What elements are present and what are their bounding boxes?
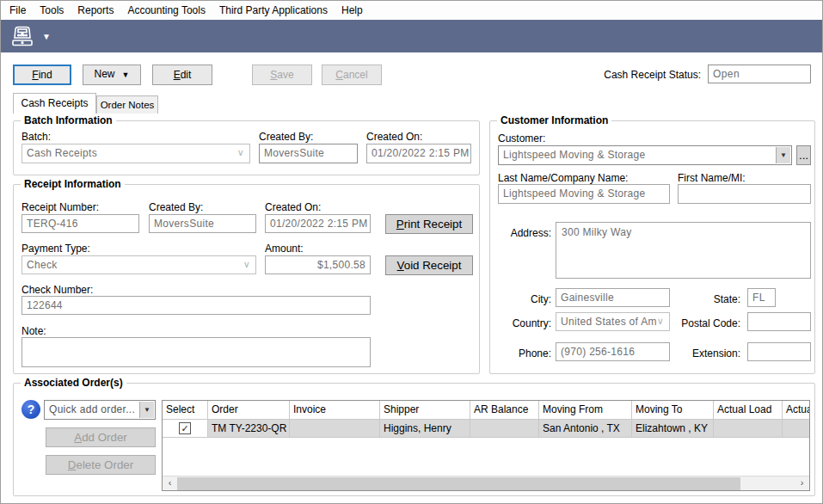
first-name-label: First Name/MI:: [678, 172, 746, 184]
customer-browse-button[interactable]: ...: [796, 145, 811, 165]
payment-type-select[interactable]: Check ∨: [21, 255, 256, 274]
cash-register-icon[interactable]: [8, 23, 37, 49]
postal-code-label: Postal Code:: [672, 317, 740, 329]
city-label: City:: [498, 293, 551, 305]
help-icon[interactable]: ?: [21, 400, 40, 419]
row-shipper-cell: Higgins, Henry: [380, 420, 470, 438]
receipt-number-field[interactable]: TERQ-416: [21, 214, 139, 233]
toolbar-dropdown-icon[interactable]: ▼: [42, 32, 51, 41]
phone-field[interactable]: (970) 256-1616: [556, 342, 670, 361]
scroll-left-icon[interactable]: ‹: [163, 476, 177, 491]
amount-label: Amount:: [265, 243, 304, 255]
column-header-order[interactable]: Order: [208, 401, 290, 420]
batch-created-by-field[interactable]: MoversSuite: [259, 144, 358, 163]
country-value: United States of Am: [561, 316, 657, 328]
new-button-label: New: [95, 68, 115, 80]
column-header-actual-load[interactable]: Actual Load: [714, 401, 783, 420]
row-select-cell: ✓: [163, 420, 208, 438]
new-button[interactable]: New▼: [83, 65, 141, 85]
payment-type-value: Check: [27, 259, 58, 271]
batch-information-title: Batch Information: [21, 114, 116, 126]
payment-type-label: Payment Type:: [21, 243, 90, 255]
receipt-created-on-label: Created On:: [265, 201, 321, 213]
row-moving-from-cell: San Antonio , TX: [539, 420, 632, 438]
check-number-field[interactable]: 122644: [21, 296, 371, 315]
customer-label: Customer:: [498, 132, 545, 144]
receipt-created-by-label: Created By:: [149, 201, 203, 213]
row-moving-to-cell: Elizahtown , KY: [632, 420, 714, 438]
edit-button[interactable]: Edit: [152, 65, 212, 85]
address-label: Address:: [498, 227, 551, 239]
find-button[interactable]: Find: [13, 65, 71, 85]
toolbar: ▼: [1, 20, 822, 52]
add-order-button[interactable]: Add Order: [46, 427, 156, 447]
save-button[interactable]: Save: [252, 65, 312, 85]
menu-file[interactable]: File: [3, 2, 33, 19]
receipt-created-on-field[interactable]: 01/20/2022 2:15 PM: [265, 214, 371, 233]
orders-table: Select Order Invoice Shipper AR Balance …: [162, 400, 810, 491]
amount-field[interactable]: $1,500.58: [265, 255, 371, 274]
quick-add-order-select[interactable]: Quick add order... ▼: [44, 400, 156, 420]
row-order-cell: TM TY-2230-QR: [208, 420, 290, 438]
city-field[interactable]: Gainesville: [556, 288, 670, 307]
menu-reports[interactable]: Reports: [71, 2, 120, 19]
column-header-actual[interactable]: Actua: [783, 401, 810, 420]
chevron-down-icon: ∨: [237, 147, 244, 158]
receipt-number-label: Receipt Number:: [21, 201, 99, 213]
country-label: Country:: [498, 317, 551, 329]
state-field[interactable]: FL: [747, 288, 776, 307]
customer-information-title: Customer Information: [497, 114, 611, 126]
cancel-button[interactable]: Cancel: [322, 65, 382, 85]
column-header-shipper[interactable]: Shipper: [380, 401, 470, 420]
batch-created-on-field[interactable]: 01/20/2022 2:15 PM: [366, 144, 471, 163]
app-window: File Tools Reports Accounting Tools Thir…: [0, 0, 823, 504]
first-name-field[interactable]: [678, 184, 811, 204]
batch-label: Batch:: [21, 131, 51, 143]
last-name-field[interactable]: Lightspeed Moving & Storage: [498, 184, 670, 204]
extension-field[interactable]: [747, 342, 811, 361]
batch-select[interactable]: Cash Receipts ∨: [21, 144, 250, 163]
menu-tools[interactable]: Tools: [33, 2, 71, 19]
menu-third-party-applications[interactable]: Third Party Applications: [212, 2, 335, 19]
row-invoice-cell: [290, 420, 380, 438]
note-label: Note:: [21, 325, 46, 337]
new-dropdown-icon: ▼: [122, 71, 130, 79]
column-header-invoice[interactable]: Invoice: [290, 401, 380, 420]
cash-receipt-status-label: Cash Receipt Status:: [604, 69, 701, 81]
print-receipt-button[interactable]: Print Receipt: [385, 214, 473, 234]
row-ar-balance-cell: [470, 420, 539, 438]
country-select[interactable]: United States of Am ∨: [556, 312, 670, 331]
row-actual-load-cell: [714, 420, 783, 438]
row-select-checkbox[interactable]: ✓: [179, 422, 191, 434]
extension-label: Extension:: [680, 347, 740, 360]
scrollbar-thumb[interactable]: [177, 477, 740, 490]
menu-bar: File Tools Reports Accounting Tools Thir…: [1, 1, 822, 20]
state-label: State:: [680, 293, 740, 305]
last-name-label: Last Name/Company Name:: [498, 172, 628, 184]
dropdown-arrow-icon[interactable]: ▼: [776, 147, 790, 163]
column-header-moving-to[interactable]: Moving To: [632, 401, 714, 420]
table-row[interactable]: ✓ TM TY-2230-QR Higgins, Henry San Anton…: [163, 420, 810, 438]
tab-cash-receipts[interactable]: Cash Receipts: [13, 93, 96, 114]
postal-code-field[interactable]: [747, 312, 811, 331]
dropdown-arrow-icon[interactable]: ▼: [139, 402, 154, 418]
void-receipt-button[interactable]: Void Receipt: [385, 255, 473, 275]
tab-order-notes[interactable]: Order Notes: [96, 95, 158, 114]
menu-help[interactable]: Help: [335, 2, 370, 19]
column-header-ar-balance[interactable]: AR Balance: [470, 401, 539, 420]
customer-select[interactable]: Lightspeed Moving & Storage ▼: [498, 145, 792, 165]
receipt-information-title: Receipt Information: [21, 178, 125, 190]
delete-order-button[interactable]: Delete Order: [46, 455, 156, 475]
note-field[interactable]: [21, 337, 371, 367]
quick-add-order-value: Quick add order...: [49, 403, 135, 415]
address-field[interactable]: 300 Milky Way: [556, 222, 811, 279]
phone-label: Phone:: [498, 347, 551, 360]
horizontal-scrollbar[interactable]: ‹ ›: [163, 476, 809, 490]
menu-accounting-tools[interactable]: Accounting Tools: [120, 2, 212, 19]
scroll-right-icon[interactable]: ›: [795, 476, 809, 491]
cash-receipt-status-value[interactable]: Open: [708, 65, 811, 83]
receipt-created-by-field[interactable]: MoversSuite: [149, 214, 256, 233]
column-header-select[interactable]: Select: [163, 401, 208, 420]
orders-table-header: Select Order Invoice Shipper AR Balance …: [163, 401, 810, 420]
column-header-moving-from[interactable]: Moving From: [539, 401, 632, 420]
